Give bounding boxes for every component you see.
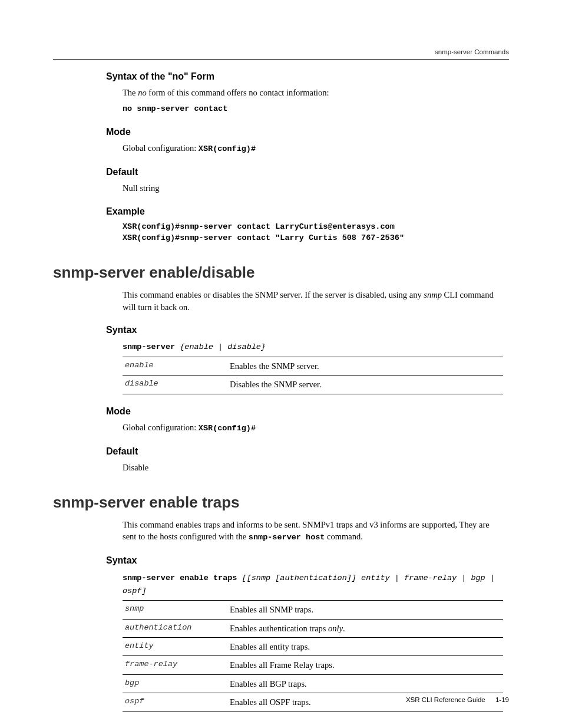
heading-default: Default xyxy=(106,445,509,458)
text-ital: snmp xyxy=(424,290,442,299)
param-desc: Enables all SNMP traps. xyxy=(227,601,503,619)
heading-no-form: Syntax of the "no" Form xyxy=(106,70,509,83)
table-row: frame-relay Enables all Frame Relay trap… xyxy=(123,656,503,674)
example-line1: XSR(config)#snmp-server contact LarryCur… xyxy=(123,222,503,233)
topic-enable-disable: snmp-server enable/disable xyxy=(53,262,509,283)
heading-syntax: Syntax xyxy=(106,324,509,337)
topic2-desc: This command enables traps and informs t… xyxy=(123,519,503,543)
param-key: authentication xyxy=(123,619,227,637)
heading-mode: Mode xyxy=(106,126,509,139)
param-desc: Disables the SNMP server. xyxy=(227,375,503,394)
text: Enables authentication traps xyxy=(230,624,328,633)
default-text: Null string xyxy=(123,182,503,194)
text-ital: no xyxy=(138,88,147,97)
text: form of this command offers no contact i… xyxy=(147,88,329,97)
mode-text: Global configuration: XSR(config)# xyxy=(123,421,503,434)
inline-code: snmp-server host xyxy=(249,533,325,542)
table-row: enable Enables the SNMP server. xyxy=(123,357,503,375)
topic-enable-traps: snmp-server enable traps xyxy=(53,492,509,513)
page: snmp-server Commands Syntax of the "no" … xyxy=(0,0,562,728)
param-key: snmp xyxy=(123,601,227,619)
text: Global configuration: xyxy=(123,423,199,432)
mode-text: Global configuration: XSR(config)# xyxy=(123,142,503,155)
param-desc: Enables the SNMP server. xyxy=(227,357,503,375)
text: . xyxy=(343,624,345,633)
param-key: entity xyxy=(123,637,227,655)
heading-default: Default xyxy=(106,166,509,179)
cmd-bold: snmp-server xyxy=(123,342,175,351)
cmd-args: {enable | disable} xyxy=(175,342,266,351)
table-row: disable Disables the SNMP server. xyxy=(123,375,503,394)
heading-syntax: Syntax xyxy=(106,554,509,567)
default-text: Disable xyxy=(123,462,503,473)
no-form-desc: The no form of this command offers no co… xyxy=(123,87,503,98)
syntax1-table: enable Enables the SNMP server. disable … xyxy=(123,357,503,394)
param-key: bgp xyxy=(123,674,227,693)
cmd-bold: snmp-server enable traps xyxy=(123,574,237,582)
table-row: entity Enables all entity traps. xyxy=(123,637,503,655)
text: This command enables or disables the SNM… xyxy=(123,290,424,299)
table-row: snmp Enables all SNMP traps. xyxy=(123,601,503,619)
param-key: frame-relay xyxy=(123,656,227,674)
no-form-code: no snmp-server contact xyxy=(123,104,503,115)
mode-code: XSR(config)# xyxy=(199,144,256,153)
param-desc: Enables all BGP traps. xyxy=(227,674,503,693)
syntax1-cmd: snmp-server {enable | disable} xyxy=(123,340,503,353)
topic1-desc: This command enables or disables the SNM… xyxy=(123,289,503,313)
text: The xyxy=(123,88,138,97)
mode-code: XSR(config)# xyxy=(199,424,256,433)
heading-mode: Mode xyxy=(106,405,509,418)
page-footer: XSR CLI Reference Guide 1-19 xyxy=(406,695,509,704)
running-head: snmp-server Commands xyxy=(53,47,509,60)
text: command. xyxy=(325,532,362,541)
param-key: disable xyxy=(123,375,227,394)
table-row: authentication Enables authentication tr… xyxy=(123,619,503,637)
param-desc: Enables all entity traps. xyxy=(227,637,503,655)
param-key: ospf xyxy=(123,693,227,711)
text: Global configuration: xyxy=(123,143,199,153)
param-key: enable xyxy=(123,357,227,375)
table-row: bgp Enables all BGP traps. xyxy=(123,674,503,693)
param-desc: Enables all Frame Relay traps. xyxy=(227,656,503,674)
footer-page: 1-19 xyxy=(495,696,509,703)
example-line2: XSR(config)#snmp-server contact "Larry C… xyxy=(123,233,503,244)
heading-example: Example xyxy=(106,205,509,218)
param-desc: Enables authentication traps only. xyxy=(227,619,503,637)
syntax2-cmd: snmp-server enable traps [[snmp [authent… xyxy=(123,571,503,597)
footer-book: XSR CLI Reference Guide xyxy=(406,696,485,703)
text-ital: only xyxy=(328,624,343,633)
